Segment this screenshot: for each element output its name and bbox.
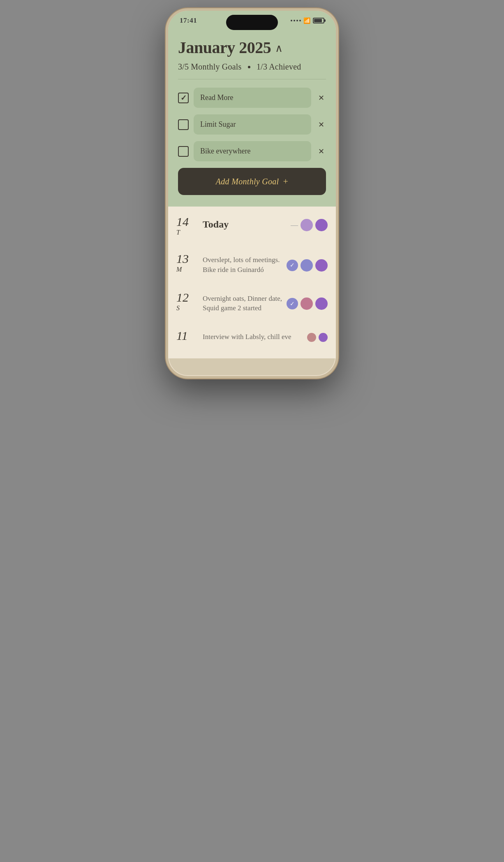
goal-item: ✕ bbox=[178, 141, 326, 161]
goal-delete-2[interactable]: ✕ bbox=[316, 120, 326, 130]
list-item: 12 S Overnight oats, Dinner date, Squid … bbox=[176, 282, 328, 321]
day-right: — bbox=[291, 219, 328, 231]
day-right bbox=[307, 333, 328, 342]
circle-1 bbox=[301, 259, 313, 272]
goal-input-1[interactable] bbox=[194, 88, 311, 108]
battery-icon bbox=[313, 18, 324, 23]
day-number: 14 bbox=[176, 216, 197, 228]
goal-item: ✕ bbox=[178, 114, 326, 135]
circle-2 bbox=[315, 259, 328, 272]
day-text: Interview with Labsly, chill eve bbox=[203, 332, 307, 342]
dash-icon: — bbox=[291, 221, 298, 230]
cream-section: 14 T Today — 13 M bbox=[168, 207, 336, 358]
chevron-up-icon[interactable]: ∧ bbox=[275, 43, 283, 54]
day-right: ✓ bbox=[287, 259, 328, 272]
goal-checkbox-1[interactable]: ✓ bbox=[178, 93, 189, 103]
day-number: 12 bbox=[176, 291, 197, 304]
list-item: 14 T Today — bbox=[176, 207, 328, 244]
goal-delete-1[interactable]: ✕ bbox=[316, 93, 326, 103]
phone-frame: 17:41 📶 January 2025 ∧ 3/5 Monthly Goals… bbox=[166, 8, 338, 379]
green-section: January 2025 ∧ 3/5 Monthly Goals 1/3 Ach… bbox=[168, 28, 336, 207]
monthly-goals-count: 3/5 Monthly Goals bbox=[178, 62, 242, 71]
goal-checkbox-3[interactable] bbox=[178, 146, 189, 157]
section-divider bbox=[178, 79, 326, 79]
month-header: January 2025 ∧ bbox=[178, 38, 326, 57]
circle-1 bbox=[307, 333, 316, 342]
day-content: Interview with Labsly, chill eve bbox=[203, 330, 328, 342]
circle-2 bbox=[315, 219, 328, 231]
goals-summary: 3/5 Monthly Goals 1/3 Achieved bbox=[178, 62, 326, 72]
today-label: Today bbox=[203, 219, 291, 230]
circle-1 bbox=[301, 219, 313, 231]
day-right: ✓ bbox=[287, 297, 328, 310]
separator-dot bbox=[248, 66, 250, 68]
dynamic-island bbox=[226, 15, 278, 30]
verified-badge-icon: ✓ bbox=[287, 298, 298, 309]
list-item: 13 M Overslept, lots of meetings. Bike r… bbox=[176, 244, 328, 282]
goal-item: ✓ ✕ bbox=[178, 88, 326, 108]
day-number-block: 14 T bbox=[176, 216, 197, 236]
today-row: Today — bbox=[203, 216, 328, 231]
entry-row: Interview with Labsly, chill eve bbox=[203, 330, 328, 342]
status-icons: 📶 bbox=[291, 17, 324, 24]
signal-dots-icon bbox=[291, 20, 301, 21]
day-content: Today — bbox=[203, 216, 328, 231]
circle-2 bbox=[319, 333, 328, 342]
checkmark-icon: ✓ bbox=[180, 94, 187, 102]
day-letter: M bbox=[176, 266, 197, 273]
day-text: Overslept, lots of meetings. Bike ride i… bbox=[203, 255, 287, 275]
day-letter: S bbox=[176, 304, 197, 312]
circle-1 bbox=[301, 297, 313, 310]
verified-badge-icon: ✓ bbox=[287, 260, 298, 271]
add-plus-icon: + bbox=[283, 176, 288, 187]
entry-row: Overnight oats, Dinner date, Squid game … bbox=[203, 291, 328, 314]
day-number: 13 bbox=[176, 253, 197, 265]
month-title: January 2025 bbox=[178, 38, 271, 57]
day-letter: T bbox=[176, 229, 197, 236]
add-goal-label: Add Monthly Goal bbox=[216, 177, 279, 186]
day-number-block: 12 S bbox=[176, 291, 197, 312]
wifi-icon: 📶 bbox=[303, 17, 310, 24]
day-content: Overnight oats, Dinner date, Squid game … bbox=[203, 291, 328, 314]
circle-2 bbox=[315, 297, 328, 310]
goal-checkbox-2[interactable] bbox=[178, 119, 189, 130]
day-text: Overnight oats, Dinner date, Squid game … bbox=[203, 294, 287, 314]
goal-delete-3[interactable]: ✕ bbox=[316, 146, 326, 156]
day-number: 11 bbox=[176, 330, 197, 342]
list-item: 11 Interview with Labsly, chill eve bbox=[176, 321, 328, 350]
status-time: 17:41 bbox=[180, 16, 197, 25]
entry-row: Overslept, lots of meetings. Bike ride i… bbox=[203, 253, 328, 275]
day-content: Overslept, lots of meetings. Bike ride i… bbox=[203, 253, 328, 275]
goal-input-2[interactable] bbox=[194, 114, 311, 135]
day-number-block: 11 bbox=[176, 330, 197, 343]
achieved-count: 1/3 Achieved bbox=[257, 62, 301, 71]
add-monthly-goal-button[interactable]: Add Monthly Goal + bbox=[178, 168, 326, 195]
goal-input-3[interactable] bbox=[194, 141, 311, 161]
day-number-block: 13 M bbox=[176, 253, 197, 273]
